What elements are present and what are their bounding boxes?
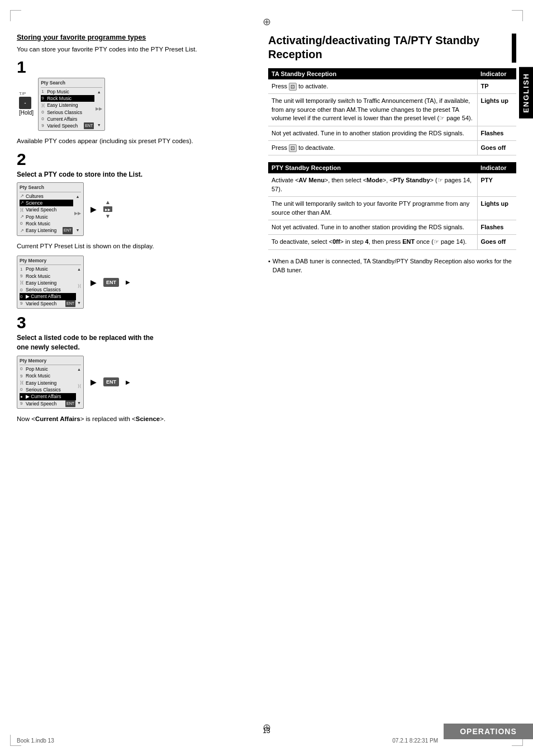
forward-arrow5: ▶ xyxy=(126,379,130,385)
pty-memory1-container: Pty Memory 1Pop Music 9Rock Music xyxy=(17,256,84,309)
pty-cell-3: Not yet activated. Tune in to another st… xyxy=(268,220,477,234)
pty-table: PTY Standby Reception Indicator Activate… xyxy=(268,162,516,249)
ta-row-4: Press ⊡ to deactivate. Goes off xyxy=(268,140,516,155)
footer-left: Book 1.indb 13 xyxy=(17,738,54,744)
ta-indicator-2: Lights up xyxy=(477,94,516,126)
pty-row: 9Rock Music xyxy=(20,273,76,280)
pty-row: 0Serious Classics xyxy=(20,386,76,393)
pty-row: ⟩⟨Easy Listening xyxy=(20,380,76,386)
pty-row: 9Varied Speech ENT xyxy=(20,400,76,407)
pty-row: 9Varied Speech ENT xyxy=(20,300,76,307)
ta-indicator-4: Goes off xyxy=(477,140,516,155)
step1-device: T/P - [Hold] xyxy=(19,91,34,116)
pty-memory2-container: Pty Memory 0Pop Music 9Rock Music xyxy=(17,356,84,409)
pty-indicator-3: Flashes xyxy=(477,220,516,234)
bullet-item: • When a DAB tuner is connected, TA Stan… xyxy=(268,257,516,275)
pty-row-selected: 9Rock Music xyxy=(41,95,94,102)
step3-illustration: Pty Memory 0Pop Music 9Rock Music xyxy=(17,356,251,409)
step1-illustration: T/P - [Hold] Pty Search 1Pop Music xyxy=(17,78,251,131)
step2-device-arrows: ▲ ▶▶ ▼ xyxy=(103,199,112,219)
ta-row-1: Press ⊡ to activate. TP xyxy=(268,79,516,94)
page: ⊕ ⊕ ENGLISH Storing your favorite progra… xyxy=(0,0,533,756)
ent-label3: ENT xyxy=(65,300,75,307)
step2-number: 2 xyxy=(17,151,251,168)
science-text: Science xyxy=(136,415,160,422)
step1-body: Available PTY codes appear (including si… xyxy=(17,136,251,146)
top-compass-icon: ⊕ xyxy=(263,16,271,28)
step3-result: Now <Current Affairs> is replaced with <… xyxy=(17,414,251,424)
pty-search-display1: Pty Search 1Pop Music 9Rock Music xyxy=(38,78,105,131)
pty-indicator-2: Lights up xyxy=(477,197,516,220)
ta-deactivate-button: ⊡ xyxy=(289,144,297,153)
ta-row-3: Not yet activated. Tune in to another st… xyxy=(268,126,516,140)
current-affairs-text: Current Affairs xyxy=(35,415,80,422)
pty-scroll-arrows3: ▲ ⟩⟨ ▼ xyxy=(77,266,81,307)
bullet-section: • When a DAB tuner is connected, TA Stan… xyxy=(268,257,516,275)
ta-table-header-col2: Indicator xyxy=(477,68,516,79)
left-column: Storing your favorite programme types Yo… xyxy=(17,34,251,428)
pty-scroll-arrows2: ▲ ▶▶ ▼ xyxy=(74,193,81,234)
right-column: Activating/deactivating TA/PTY Standby R… xyxy=(268,34,516,275)
pty-row-selected: ●▶ Current Affairs xyxy=(20,393,76,400)
step2-body: Current PTY Preset List is shown on the … xyxy=(17,242,251,251)
ent-box: ENT xyxy=(103,278,119,287)
step1-number: 1 xyxy=(17,59,251,75)
tp-label: T/P xyxy=(19,91,26,96)
right-title-area: Activating/deactivating TA/PTY Standby R… xyxy=(268,34,516,63)
corner-mark-tr xyxy=(512,10,523,21)
ent-box2: ENT xyxy=(103,377,119,386)
ta-row-2: The unit will temporarily switch to Traf… xyxy=(268,94,516,126)
ent-label2: ENT xyxy=(63,227,73,234)
pty-memory-title2: Pty Memory xyxy=(20,357,81,365)
pty-memory-title1: Pty Memory xyxy=(20,257,81,265)
pty-memory-display1: Pty Memory 1Pop Music 9Rock Music xyxy=(17,256,84,309)
pty-row: 9Varied Speech ENT xyxy=(41,122,94,129)
right-title-text: Activating/deactivating TA/PTY Standby R… xyxy=(268,34,508,62)
pty-title1: Pty Search xyxy=(41,79,102,87)
pty-memory1-row: Pty Memory 1Pop Music 9Rock Music xyxy=(17,256,251,309)
pty-row: ↗Pop Music xyxy=(20,214,73,220)
ta-cell-2: The unit will temporarily switch to Traf… xyxy=(268,94,477,126)
pty-row-1: Activate <AV Menu>, then select <Mode>, … xyxy=(268,173,516,196)
ta-cell-1: Press ⊡ to activate. xyxy=(268,79,477,94)
ent-label4: ENT xyxy=(65,400,75,407)
pty-row: ⟩⟨Varied Speech xyxy=(20,206,73,213)
main-layout: Storing your favorite programme types Yo… xyxy=(17,34,516,722)
pty-row: 0Pop Music xyxy=(20,366,76,372)
pty-row: 0Current Affairs xyxy=(41,116,94,122)
pty-row: 1Pop Music xyxy=(41,88,94,95)
pty-cell-4: To deactivate, select <0ff> in step 4, t… xyxy=(268,235,477,249)
language-tab: ENGLISH xyxy=(519,67,533,119)
page-number: 13 xyxy=(263,727,270,735)
title-black-bar xyxy=(512,34,516,63)
pty-row: ↗Cultures xyxy=(20,193,73,200)
pty-indicator-1: PTY xyxy=(477,173,516,196)
pty-row-3: Not yet activated. Tune in to another st… xyxy=(268,220,516,234)
pty-cell-1: Activate <AV Menu>, then select <Mode>, … xyxy=(268,173,477,196)
bullet-text: When a DAB tuner is connected, TA Standb… xyxy=(273,257,516,275)
step3-number: 3 xyxy=(17,314,251,331)
pty-row-selected: 0▶ Current Affairs xyxy=(20,293,76,300)
step2-illustration: Pty Search ↗Cultures ↗Science ⟩⟨V xyxy=(17,182,251,235)
device-face: - xyxy=(19,97,31,109)
pty-table-header-col1: PTY Standby Reception xyxy=(268,162,477,173)
pty-row: 9Rock Music xyxy=(20,372,76,379)
pty-row-4: To deactivate, select <0ff> in step 4, t… xyxy=(268,235,516,249)
forward-arrow2: ▶ xyxy=(91,278,97,287)
left-section-title: Storing your favorite programme types xyxy=(17,34,251,41)
pty-row: ⟩⟨Easy Listening xyxy=(41,102,94,108)
ta-indicator-1: TP xyxy=(477,79,516,94)
hold-label: [Hold] xyxy=(19,110,34,116)
operations-bar: OPERATIONS xyxy=(444,724,533,739)
forward-arrow1: ▶ xyxy=(91,205,97,214)
pty-title2: Pty Search xyxy=(20,184,81,192)
pty-table-header-col2: Indicator xyxy=(477,162,516,173)
ta-table: TA Standby Reception Indicator Press ⊡ t… xyxy=(268,68,516,155)
ta-indicator-3: Flashes xyxy=(477,126,516,140)
bullet-symbol: • xyxy=(268,257,270,266)
pty-search-display2: Pty Search ↗Cultures ↗Science ⟩⟨V xyxy=(17,182,84,235)
minus-button: - xyxy=(19,97,31,109)
pty-indicator-4: Goes off xyxy=(477,235,516,249)
pty-scroll-arrows4: ▲ ⟩⟨ ▼ xyxy=(77,366,81,407)
pty-row: ⟩⟨Easy Listening xyxy=(20,280,76,286)
